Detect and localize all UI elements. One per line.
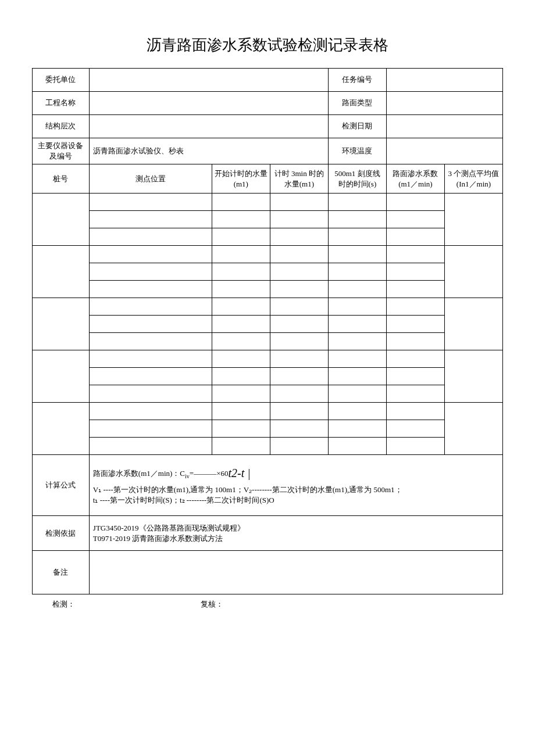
value-pavement-type bbox=[386, 92, 502, 115]
table-cell bbox=[89, 298, 212, 316]
stake-cell bbox=[33, 194, 90, 246]
basis-line2: T0971-2019 沥青路面渗水系数测试方法 bbox=[93, 533, 500, 544]
table-cell bbox=[89, 281, 212, 298]
table-cell bbox=[328, 194, 386, 211]
stake-cell bbox=[33, 350, 90, 403]
label-task-no: 任务编号 bbox=[328, 69, 386, 92]
avg-cell bbox=[444, 194, 502, 246]
page-title: 沥青路面渗水系数试验检测记录表格 bbox=[32, 35, 503, 55]
basis-content: JTG3450-2019《公路路基路面现场测试规程》 T0971-2019 沥青… bbox=[89, 516, 502, 551]
table-cell bbox=[328, 246, 386, 263]
col-water-start: 开始计时的水量(m1) bbox=[212, 164, 270, 194]
table-cell bbox=[328, 281, 386, 298]
table-cell bbox=[89, 316, 212, 333]
value-task-no bbox=[386, 69, 502, 92]
table-cell bbox=[386, 246, 444, 263]
table-cell bbox=[328, 350, 386, 368]
col-water-3min: 计时 3min 时的水量(m1) bbox=[270, 164, 328, 194]
label-test-date: 检测日期 bbox=[328, 115, 386, 138]
col-time-500: 500m1 刻度线时的时间(s) bbox=[328, 164, 386, 194]
col-point-loc: 测点位置 bbox=[89, 164, 212, 194]
table-cell bbox=[212, 228, 270, 246]
table-cell bbox=[212, 438, 270, 455]
table-cell bbox=[89, 246, 212, 263]
table-cell bbox=[328, 420, 386, 438]
table-cell bbox=[386, 194, 444, 211]
table-cell bbox=[89, 228, 212, 246]
table-cell bbox=[386, 385, 444, 403]
table-cell bbox=[386, 298, 444, 316]
table-cell bbox=[89, 368, 212, 385]
formula-content: 路面渗水系数(m1／min)：Civ=———×60t2-t | V₁ ----第… bbox=[89, 455, 502, 516]
table-cell bbox=[270, 333, 328, 350]
footer-inspect: 检测： bbox=[52, 599, 201, 610]
col-coef: 路面渗水系数(m1／min) bbox=[386, 164, 444, 194]
col-avg3: 3 个测点平均值(In1／min) bbox=[444, 164, 502, 194]
table-cell bbox=[212, 403, 270, 420]
table-cell bbox=[328, 438, 386, 455]
formula-line1-exp: t2-t | bbox=[228, 467, 250, 479]
value-env-temp bbox=[386, 138, 502, 164]
table-cell bbox=[270, 385, 328, 403]
table-cell bbox=[270, 420, 328, 438]
label-structure: 结构层次 bbox=[33, 115, 90, 138]
table-cell bbox=[270, 350, 328, 368]
avg-cell bbox=[444, 350, 502, 403]
stake-cell bbox=[33, 298, 90, 350]
table-cell bbox=[386, 316, 444, 333]
table-cell bbox=[386, 350, 444, 368]
table-cell bbox=[386, 211, 444, 228]
table-cell bbox=[270, 211, 328, 228]
table-cell bbox=[386, 368, 444, 385]
table-cell bbox=[386, 263, 444, 281]
table-cell bbox=[89, 211, 212, 228]
table-cell bbox=[212, 333, 270, 350]
table-cell bbox=[386, 403, 444, 420]
label-equipment: 主要仪器设备及编号 bbox=[33, 138, 90, 164]
table-cell bbox=[212, 385, 270, 403]
label-client: 委托单位 bbox=[33, 69, 90, 92]
stake-cell bbox=[33, 403, 90, 455]
table-cell bbox=[328, 211, 386, 228]
avg-cell bbox=[444, 298, 502, 350]
table-cell bbox=[328, 298, 386, 316]
label-basis: 检测依据 bbox=[33, 516, 90, 551]
table-cell bbox=[212, 298, 270, 316]
table-cell bbox=[212, 281, 270, 298]
formula-line1-mid: =———×60 bbox=[190, 469, 229, 478]
label-remark: 备注 bbox=[33, 551, 90, 594]
table-cell bbox=[89, 403, 212, 420]
table-cell bbox=[328, 333, 386, 350]
avg-cell bbox=[444, 403, 502, 455]
formula-line3: t₁ ----第一次计时时间(S)；t₂ --------第二次计时时间(S)O bbox=[93, 495, 500, 506]
formula-line1-sub: iv bbox=[185, 473, 190, 479]
table-cell bbox=[270, 316, 328, 333]
table-cell bbox=[270, 298, 328, 316]
table-cell bbox=[212, 263, 270, 281]
table-cell bbox=[89, 350, 212, 368]
col-stake: 桩号 bbox=[33, 164, 90, 194]
table-cell bbox=[328, 368, 386, 385]
basis-line1: JTG3450-2019《公路路基路面现场测试规程》 bbox=[93, 523, 500, 533]
label-formula: 计算公式 bbox=[33, 455, 90, 516]
formula-line1-prefix: 路面渗水系数(m1／min)：C bbox=[93, 469, 185, 478]
value-project bbox=[89, 92, 328, 115]
table-cell bbox=[212, 316, 270, 333]
table-cell bbox=[212, 350, 270, 368]
value-client bbox=[89, 69, 328, 92]
table-cell bbox=[89, 385, 212, 403]
value-equipment: 沥青路面渗水试验仪、秒表 bbox=[89, 138, 328, 164]
stake-cell bbox=[33, 246, 90, 298]
table-cell bbox=[89, 438, 212, 455]
table-cell bbox=[270, 194, 328, 211]
table-cell bbox=[328, 403, 386, 420]
table-cell bbox=[328, 263, 386, 281]
table-cell bbox=[212, 194, 270, 211]
table-cell bbox=[386, 281, 444, 298]
value-test-date bbox=[386, 115, 502, 138]
table-cell bbox=[270, 403, 328, 420]
table-cell bbox=[212, 368, 270, 385]
table-cell bbox=[328, 385, 386, 403]
label-project: 工程名称 bbox=[33, 92, 90, 115]
table-cell bbox=[89, 333, 212, 350]
